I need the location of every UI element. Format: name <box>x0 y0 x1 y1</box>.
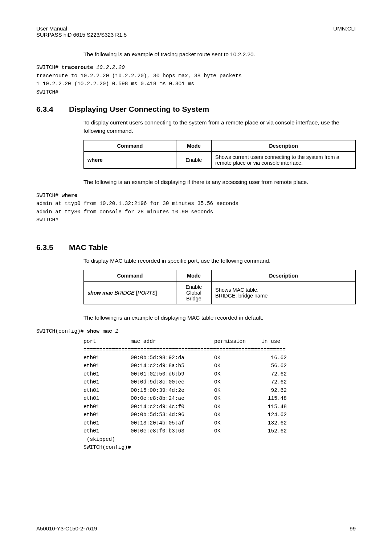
table-row: where Enable Shows current users connect… <box>84 152 356 169</box>
cell: 00:0e:e8:8b:24:ae <box>131 394 214 402</box>
table-row: port mac addr permission in use <box>83 337 287 345</box>
para-635: To display MAC table recorded in specifi… <box>83 257 356 265</box>
cell: 00:0e:e8:f0:b3:63 <box>131 427 214 435</box>
cmd-show-mac: show mac BRIDGE [PORTS] <box>84 282 176 304</box>
cell: OK <box>214 394 261 402</box>
cell: 00:0b:5d:98:92:da <box>131 354 214 362</box>
table-row: ========================================… <box>83 346 287 354</box>
table-row: eth0100:14:c2:d9:4c:f0OK115.48 <box>83 403 287 411</box>
table-row: eth0100:14:c2:d9:8a:b5OK56.62 <box>83 362 287 370</box>
code-showmac-cmd: SWITCH(config)# show mac 1 <box>36 327 356 335</box>
cell: eth01 <box>83 378 131 386</box>
heading-635-title: MAC Table <box>69 243 108 252</box>
para-634-after: The following is an example of displayin… <box>83 178 356 186</box>
table-row: eth0100:0b:5d:98:92:daOK16.62 <box>83 354 287 362</box>
table-row: eth0100:15:00:39:4d:2eOK92.62 <box>83 386 287 394</box>
header-left-line2: SURPASS hiD 6615 S223/S323 R1.5 <box>36 32 127 38</box>
cell: OK <box>214 354 261 362</box>
cell: 56.62 <box>261 362 287 370</box>
header-rule <box>36 40 356 40</box>
desc-show-mac: Shows MAC table. BRIDGE: bridge name <box>212 282 356 304</box>
page-footer: A50010-Y3-C150-2-7619 99 <box>36 525 356 532</box>
table-row: eth0100:0e:e8:f0:b3:63OK152.62 <box>83 427 287 435</box>
heading-634: 6.3.4 Displaying User Connecting to Syst… <box>36 105 356 114</box>
table-row: SWITCH(config)# <box>83 443 287 451</box>
header-left-line1: User Manual <box>36 25 67 32</box>
cell: eth01 <box>83 354 131 362</box>
cell: eth01 <box>83 362 131 370</box>
heading-634-num: 6.3.4 <box>36 105 69 114</box>
th-description: Description <box>212 140 356 152</box>
cell: 16.62 <box>261 354 287 362</box>
mode-list: Enable Global Bridge <box>176 282 211 304</box>
cell: 115.48 <box>261 403 287 411</box>
heading-635: 6.3.5 MAC Table <box>36 243 356 252</box>
table-row: show mac BRIDGE [PORTS] Enable Global Br… <box>84 282 356 304</box>
cell: OK <box>214 419 261 427</box>
table-row: eth0100:0d:9d:8c:00:eeOK72.62 <box>83 378 287 386</box>
code-where: SWITCH# where admin at ttyp0 from 10.20.… <box>36 192 356 224</box>
prompt-end: SWITCH(config)# <box>83 443 287 451</box>
col-inuse: in use <box>261 337 287 345</box>
col-mac: mac addr <box>131 337 214 345</box>
cell: OK <box>214 403 261 411</box>
page-header: User Manual SURPASS hiD 6615 S223/S323 R… <box>36 25 356 40</box>
cell: 00:0b:5d:53:4d:96 <box>131 411 214 419</box>
cell: eth01 <box>83 411 131 419</box>
header-left: User Manual SURPASS hiD 6615 S223/S323 R… <box>36 25 127 38</box>
col-perm: permission <box>214 337 261 345</box>
cell: 00:15:00:39:4d:2e <box>131 386 214 394</box>
table-634: Command Mode Description where Enable Sh… <box>83 140 356 169</box>
heading-635-num: 6.3.5 <box>36 243 69 252</box>
footer-right: 99 <box>350 525 356 532</box>
table-row: eth0100:01:02:50:d6:b9OK72.62 <box>83 370 287 378</box>
cell: eth01 <box>83 394 131 402</box>
table-row: Command Mode Description <box>84 270 356 282</box>
footer-left: A50010-Y3-C150-2-7619 <box>36 525 97 532</box>
table-635: Command Mode Description show mac BRIDGE… <box>83 270 356 304</box>
cell: 132.62 <box>261 419 287 427</box>
code-traceroute: SWITCH# traceroute 10.2.2.20 traceroute … <box>36 63 356 96</box>
cell: 00:14:c2:d9:8a:b5 <box>131 362 214 370</box>
cell: OK <box>214 427 261 435</box>
mode-enable: Enable <box>176 152 211 169</box>
col-port: port <box>83 337 131 345</box>
cmd-where: where <box>87 157 103 163</box>
cell: OK <box>214 411 261 419</box>
cell: 00:01:02:50:d6:b9 <box>131 370 214 378</box>
cell: OK <box>214 378 261 386</box>
table-row: eth0100:13:20:4b:05:afOK132.62 <box>83 419 287 427</box>
para-635-after: The following is an example of displayin… <box>83 314 356 322</box>
cell: 00:13:20:4b:05:af <box>131 419 214 427</box>
th-command: Command <box>84 140 176 152</box>
cell: eth01 <box>83 370 131 378</box>
para-634: To display current users connecting to t… <box>83 119 356 135</box>
th-command: Command <box>84 270 176 282</box>
table-row: eth0100:0b:5d:53:4d:96OK124.62 <box>83 411 287 419</box>
cell: OK <box>214 386 261 394</box>
th-description: Description <box>212 270 356 282</box>
intro-traceroute: The following is an example of tracing p… <box>83 50 356 58</box>
cell: 00:0d:9d:8c:00:ee <box>131 378 214 386</box>
header-right: UMN:CLI <box>333 25 356 38</box>
cell: 00:14:c2:d9:4c:f0 <box>131 403 214 411</box>
cell: 152.62 <box>261 427 287 435</box>
mac-table: port mac addr permission in use ========… <box>83 337 287 452</box>
cell: 92.62 <box>261 386 287 394</box>
cell: 72.62 <box>261 378 287 386</box>
table-row: (skipped) <box>83 435 287 443</box>
th-mode: Mode <box>176 140 211 152</box>
cell: 124.62 <box>261 411 287 419</box>
cell: 115.48 <box>261 394 287 402</box>
cell: eth01 <box>83 419 131 427</box>
th-mode: Mode <box>176 270 211 282</box>
cell: OK <box>214 362 261 370</box>
cell: eth01 <box>83 403 131 411</box>
cell: eth01 <box>83 386 131 394</box>
table-row: Command Mode Description <box>84 140 356 152</box>
cell: OK <box>214 370 261 378</box>
skipped-row: (skipped) <box>83 435 287 443</box>
cell: eth01 <box>83 427 131 435</box>
table-row: eth0100:0e:e8:8b:24:aeOK115.48 <box>83 394 287 402</box>
heading-634-title: Displaying User Connecting to System <box>69 105 209 114</box>
